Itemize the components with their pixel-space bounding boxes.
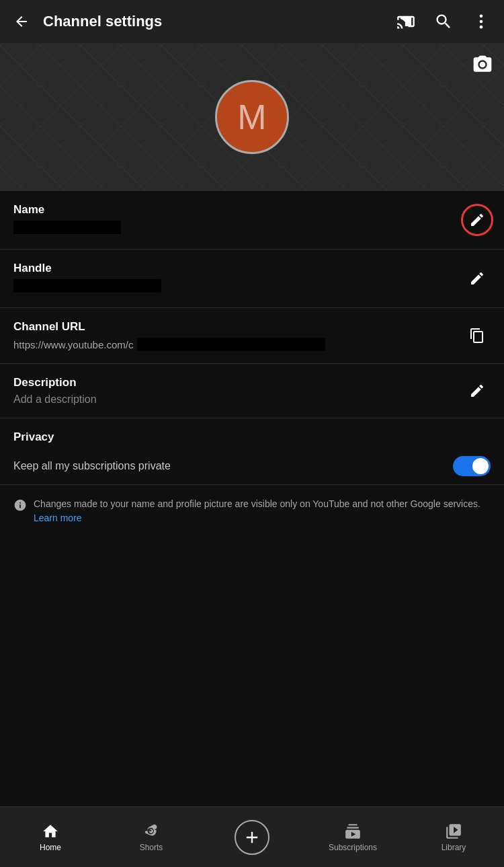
info-notice-text: Changes made to your name and profile pi… [34, 498, 480, 509]
channel-url-row: Channel URL https://www.youtube.com/c [0, 308, 504, 364]
change-banner-button[interactable] [472, 54, 493, 75]
create-icon [235, 820, 269, 855]
edit-handle-button[interactable] [464, 265, 491, 292]
name-label: Name [13, 203, 464, 217]
top-bar-left: Channel settings [11, 11, 162, 32]
handle-field: Handle [13, 262, 464, 295]
avatar-letter: M [237, 97, 266, 137]
copy-url-button[interactable] [464, 322, 491, 349]
avatar: M [215, 80, 289, 154]
info-notice: Changes made to your name and profile pi… [0, 485, 504, 537]
handle-label: Handle [13, 262, 464, 275]
nav-subscriptions[interactable]: Subscriptions [302, 817, 403, 858]
svg-point-0 [480, 15, 483, 18]
channel-url-suffix [137, 338, 325, 351]
channel-url-label: Channel URL [13, 320, 464, 334]
library-label: Library [442, 843, 466, 852]
channel-url-prefix: https://www.youtube.com/c [13, 339, 133, 350]
home-label: Home [40, 843, 61, 852]
description-field: Description Add a description [13, 376, 464, 406]
name-value [13, 221, 121, 234]
page-title: Channel settings [43, 13, 162, 30]
channel-url-text: https://www.youtube.com/c [13, 338, 464, 351]
nav-shorts[interactable]: Shorts [101, 817, 202, 858]
info-icon [13, 498, 27, 512]
privacy-label: Privacy [13, 430, 491, 444]
handle-row: Handle [0, 250, 504, 308]
svg-point-2 [480, 26, 483, 29]
nav-home[interactable]: Home [0, 817, 101, 858]
top-bar: Channel settings [0, 0, 504, 43]
subscription-privacy-toggle[interactable] [453, 456, 491, 476]
edit-name-button[interactable] [464, 206, 491, 233]
name-row: Name [0, 191, 504, 250]
channel-banner: M [0, 43, 504, 191]
privacy-section: Privacy Keep all my subscriptions privat… [0, 418, 504, 485]
edit-description-button[interactable] [464, 377, 491, 404]
info-text: Changes made to your name and profile pi… [34, 497, 480, 525]
learn-more-link[interactable]: Learn more [34, 513, 82, 523]
description-placeholder: Add a description [13, 393, 464, 406]
subscription-privacy-label: Keep all my subscriptions private [13, 460, 171, 472]
search-button[interactable] [431, 9, 456, 34]
settings-content: Name Handle Channel URL https://www.yout… [0, 191, 504, 537]
shorts-label: Shorts [140, 843, 163, 852]
description-row: Description Add a description [0, 364, 504, 418]
svg-point-1 [480, 20, 483, 24]
privacy-row: Keep all my subscriptions private [13, 456, 491, 476]
handle-value [13, 279, 161, 293]
name-field: Name [13, 203, 464, 237]
nav-create[interactable] [202, 815, 302, 860]
back-button[interactable] [11, 11, 32, 32]
nav-library[interactable]: Library [403, 817, 504, 858]
more-options-button[interactable] [469, 9, 493, 34]
description-label: Description [13, 376, 464, 389]
bottom-nav: Home Shorts Subscriptions Library [0, 806, 504, 867]
top-bar-right [394, 9, 493, 34]
subscriptions-label: Subscriptions [329, 843, 377, 852]
cast-button[interactable] [394, 9, 418, 34]
channel-url-field: Channel URL https://www.youtube.com/c [13, 320, 464, 351]
